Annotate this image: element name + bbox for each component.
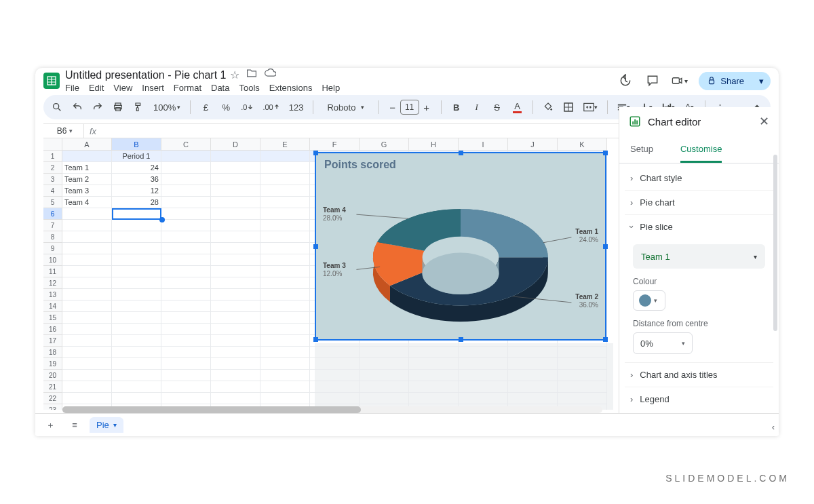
row-header[interactable]: 21 <box>43 381 62 393</box>
cell[interactable] <box>260 208 310 220</box>
sidebar-scrollbar[interactable] <box>773 155 777 429</box>
cell[interactable] <box>260 277 310 289</box>
cell[interactable] <box>112 381 161 393</box>
cell[interactable] <box>211 254 260 266</box>
tab-setup[interactable]: Setup <box>630 138 653 163</box>
cell[interactable] <box>260 231 310 243</box>
cell[interactable] <box>260 197 310 208</box>
row-header[interactable]: 1 <box>43 151 62 162</box>
row-header[interactable]: 22 <box>43 393 62 404</box>
cell[interactable] <box>62 335 112 347</box>
cell[interactable] <box>558 381 607 393</box>
cell[interactable]: Team 3 <box>62 185 112 197</box>
cell[interactable] <box>112 324 161 335</box>
menu-format[interactable]: Format <box>174 83 201 93</box>
cell[interactable] <box>112 347 161 358</box>
cell[interactable] <box>161 358 211 370</box>
cell[interactable] <box>409 358 459 370</box>
cell[interactable] <box>112 220 161 231</box>
cell[interactable] <box>409 347 459 358</box>
all-sheets-button[interactable]: ≡ <box>65 416 84 435</box>
cell[interactable] <box>112 243 161 254</box>
cell[interactable]: 28 <box>112 197 161 208</box>
menu-extensions[interactable]: Extensions <box>269 83 313 93</box>
undo-icon[interactable] <box>69 98 85 117</box>
cell[interactable] <box>211 266 260 277</box>
cell[interactable] <box>260 370 310 381</box>
column-header[interactable]: J <box>508 138 558 151</box>
add-sheet-button[interactable]: ＋ <box>41 416 60 435</box>
row-header[interactable]: 12 <box>43 277 62 289</box>
cell[interactable] <box>161 208 211 220</box>
cell[interactable] <box>112 289 161 301</box>
sheet-tab-pie[interactable]: Pie ▾ <box>90 417 123 433</box>
cell[interactable] <box>260 174 310 185</box>
cell[interactable] <box>260 266 310 277</box>
column-header[interactable]: F <box>310 138 360 151</box>
strikethrough-button[interactable]: S <box>489 98 505 117</box>
close-icon[interactable]: ✕ <box>759 114 769 129</box>
colour-picker[interactable]: ▾ <box>633 290 665 311</box>
cell[interactable] <box>112 358 161 370</box>
row-header[interactable]: 6 <box>43 208 62 220</box>
cell[interactable] <box>508 358 558 370</box>
cell[interactable]: 12 <box>112 185 161 197</box>
percent-button[interactable]: % <box>218 98 234 117</box>
cell[interactable] <box>409 370 459 381</box>
paint-format-icon[interactable] <box>130 98 147 117</box>
cell[interactable] <box>360 381 409 393</box>
fill-color-button[interactable] <box>540 98 556 117</box>
cell[interactable] <box>310 347 360 358</box>
cell[interactable] <box>211 393 260 404</box>
cell[interactable] <box>211 335 260 347</box>
cell[interactable] <box>62 266 112 277</box>
cell[interactable] <box>161 185 211 197</box>
share-button[interactable]: Share <box>699 72 752 90</box>
cell[interactable] <box>310 370 360 381</box>
cell[interactable] <box>161 220 211 231</box>
share-dropdown-icon[interactable]: ▾ <box>752 76 771 86</box>
cell[interactable] <box>211 370 260 381</box>
cell[interactable] <box>62 324 112 335</box>
cell[interactable] <box>62 358 112 370</box>
meet-icon[interactable]: ▾ <box>672 73 688 89</box>
cell[interactable] <box>161 301 211 312</box>
cell[interactable] <box>508 347 558 358</box>
cell[interactable] <box>62 289 112 301</box>
cell[interactable] <box>161 335 211 347</box>
row-header[interactable]: 11 <box>43 266 62 277</box>
cell[interactable] <box>112 335 161 347</box>
menu-file[interactable]: File <box>65 83 79 93</box>
menu-edit[interactable]: Edit <box>89 83 104 93</box>
distance-dropdown[interactable]: 0%▾ <box>633 332 693 354</box>
row-header[interactable]: 5 <box>43 197 62 208</box>
cell[interactable] <box>161 324 211 335</box>
row-header[interactable]: 15 <box>43 312 62 324</box>
cell[interactable] <box>161 243 211 254</box>
history-icon[interactable] <box>617 73 634 89</box>
cell[interactable] <box>508 370 558 381</box>
cell[interactable]: Team 2 <box>62 174 112 185</box>
spreadsheet-grid[interactable]: ABCDEFGHIJK 1234567891011121314151617181… <box>43 138 613 410</box>
cell[interactable]: Team 4 <box>62 197 112 208</box>
cell[interactable] <box>161 174 211 185</box>
cell[interactable] <box>161 393 211 404</box>
cell[interactable] <box>161 151 211 162</box>
section-pie-chart[interactable]: ›Pie chart <box>625 191 773 215</box>
tab-customise[interactable]: Customise <box>680 138 722 163</box>
row-header[interactable]: 2 <box>43 162 62 174</box>
cell[interactable] <box>558 358 607 370</box>
cell[interactable] <box>62 220 112 231</box>
column-header[interactable]: A <box>62 138 112 151</box>
font-size-input[interactable]: 11 <box>400 100 419 115</box>
font-family-dropdown[interactable]: Roboto ▾ <box>320 98 370 117</box>
cell[interactable] <box>112 393 161 404</box>
column-header[interactable]: B <box>112 138 161 151</box>
cell[interactable] <box>161 347 211 358</box>
cell[interactable] <box>62 301 112 312</box>
slice-select-dropdown[interactable]: Team 1▾ <box>633 244 765 269</box>
cell[interactable] <box>260 312 310 324</box>
cell[interactable] <box>161 312 211 324</box>
cell[interactable] <box>260 335 310 347</box>
chart-object[interactable]: Points scored <box>315 152 606 341</box>
